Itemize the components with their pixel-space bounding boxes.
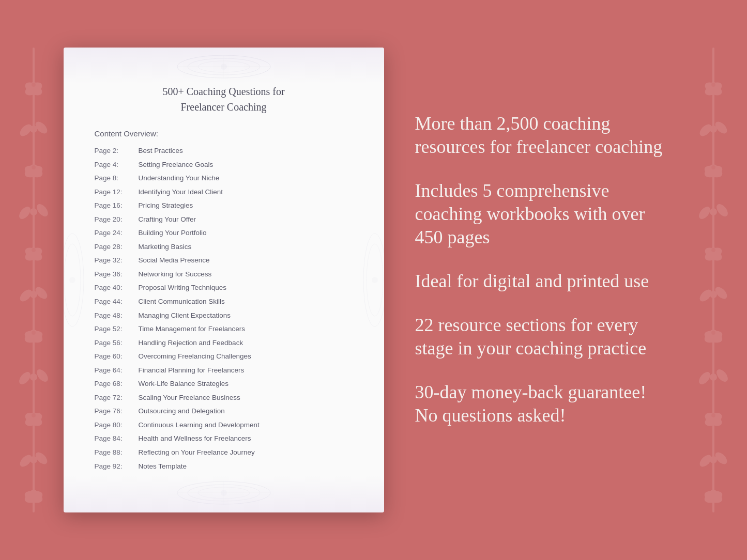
table-row: Page 92:Notes Template xyxy=(95,462,353,471)
feature-text: Ideal for digital and printed use xyxy=(415,270,674,293)
svg-point-7 xyxy=(30,126,37,133)
table-row: Page 64:Financial Planning for Freelance… xyxy=(95,366,353,375)
toc-topic: Pricing Strategies xyxy=(139,201,193,210)
toc-page-number: Page 12: xyxy=(95,188,139,197)
table-row: Page 40:Proposal Writing Techniques xyxy=(95,283,353,292)
svg-point-35 xyxy=(30,456,37,463)
svg-point-87 xyxy=(221,490,227,496)
toc-topic: Reflecting on Your Freelance Journey xyxy=(139,448,255,457)
table-row: Page 76:Outsourcing and Delegation xyxy=(95,407,353,416)
table-row: Page 36:Networking for Success xyxy=(95,270,353,279)
table-row: Page 4:Setting Freelance Goals xyxy=(95,160,353,169)
svg-point-92 xyxy=(69,277,75,283)
toc-topic: Time Management for Freelancers xyxy=(139,324,246,334)
svg-point-84 xyxy=(177,481,270,504)
table-row: Page 68:Work-Life Balance Strategies xyxy=(95,379,353,388)
toc-topic: Client Communication Skills xyxy=(139,297,225,306)
svg-point-18 xyxy=(32,248,36,252)
toc-page-number: Page 2: xyxy=(95,146,139,155)
svg-point-57 xyxy=(711,248,715,252)
feature-block: 30-day money-back guarantee! No question… xyxy=(415,381,674,427)
table-row: Page 60:Overcoming Freelancing Challenge… xyxy=(95,352,353,361)
toc-page-number: Page 36: xyxy=(95,270,139,279)
floral-left-decoration xyxy=(0,0,67,560)
toc-topic: Identifying Your Ideal Client xyxy=(139,188,223,197)
toc-page-number: Page 68: xyxy=(95,379,139,388)
document-card: 500+ Coaching Questions for Freelancer C… xyxy=(64,48,384,512)
svg-point-11 xyxy=(32,165,36,169)
toc-topic: Social Media Presence xyxy=(139,256,210,265)
svg-point-86 xyxy=(198,487,250,499)
toc-topic: Understanding Your Niche xyxy=(139,174,220,183)
table-row: Page 28:Marketing Basics xyxy=(95,242,353,252)
svg-point-13 xyxy=(35,202,50,219)
toc-page-number: Page 84: xyxy=(95,434,139,443)
toc-page-number: Page 48: xyxy=(95,311,139,320)
svg-point-32 xyxy=(32,413,36,417)
svg-point-67 xyxy=(710,374,717,381)
toc-page-number: Page 24: xyxy=(95,228,139,238)
toc-topic: Overcoming Freelancing Challenges xyxy=(139,352,251,361)
toc-topic: Continuous Learning and Development xyxy=(139,421,260,430)
floral-right-decoration xyxy=(680,0,747,560)
svg-point-64 xyxy=(711,331,715,335)
table-row: Page 80:Continuous Learning and Developm… xyxy=(95,421,353,430)
bottom-watermark xyxy=(172,479,276,507)
svg-point-85 xyxy=(188,485,260,501)
top-watermark xyxy=(172,53,276,81)
table-row: Page 48:Managing Client Expectations xyxy=(95,311,353,320)
svg-point-21 xyxy=(30,291,37,298)
table-row: Page 12:Identifying Your Ideal Client xyxy=(95,188,353,197)
svg-point-4 xyxy=(32,83,36,87)
feature-text: 30-day money-back guarantee! No question… xyxy=(415,381,674,427)
toc-page-number: Page 4: xyxy=(95,160,139,169)
toc-page-number: Page 20: xyxy=(95,215,139,224)
toc-topic: Outsourcing and Delegation xyxy=(139,407,225,416)
svg-rect-39 xyxy=(712,48,714,512)
table-row: Page 44:Client Communication Skills xyxy=(95,297,353,306)
toc-page-number: Page 16: xyxy=(95,201,139,210)
svg-point-46 xyxy=(710,126,717,133)
svg-point-28 xyxy=(30,374,37,381)
toc-page-number: Page 8: xyxy=(95,174,139,183)
right-watermark xyxy=(361,228,384,332)
svg-point-43 xyxy=(711,83,715,87)
toc-page-number: Page 44: xyxy=(95,297,139,306)
toc-topic: Work-Life Balance Strategies xyxy=(139,379,229,388)
feature-block: More than 2,500 coaching resources for f… xyxy=(415,112,674,159)
svg-point-14 xyxy=(30,208,37,215)
toc-topic: Best Practices xyxy=(139,146,183,155)
toc-topic: Financial Planning for Freelancers xyxy=(139,366,245,375)
section-label: Content Overview: xyxy=(95,129,353,138)
svg-point-66 xyxy=(714,367,730,384)
svg-point-71 xyxy=(711,413,715,417)
toc-page-number: Page 72: xyxy=(95,393,139,402)
svg-rect-0 xyxy=(33,48,35,512)
toc-page-number: Page 88: xyxy=(95,448,139,457)
feature-block: Ideal for digital and printed use xyxy=(415,270,674,293)
svg-point-27 xyxy=(35,367,50,384)
svg-point-95 xyxy=(372,277,378,283)
toc-topic: Building Your Portfolio xyxy=(139,228,207,238)
feature-text: 22 resource sections for every stage in … xyxy=(415,314,674,360)
table-row: Page 16:Pricing Strategies xyxy=(95,201,353,210)
table-row: Page 32:Social Media Presence xyxy=(95,256,353,265)
svg-point-60 xyxy=(710,291,717,298)
main-content: 500+ Coaching Questions for Freelancer C… xyxy=(64,32,684,528)
toc-topic: Notes Template xyxy=(139,462,187,471)
table-row: Page 20:Crafting Your Offer xyxy=(95,215,353,224)
svg-point-50 xyxy=(711,165,715,169)
toc-page-number: Page 76: xyxy=(95,407,139,416)
document-title: 500+ Coaching Questions for Freelancer C… xyxy=(95,84,353,115)
feature-block: Includes 5 comprehensive coaching workbo… xyxy=(415,179,674,249)
toc-topic: Managing Client Expectations xyxy=(139,311,231,320)
right-features-panel: More than 2,500 coaching resources for f… xyxy=(415,112,684,448)
toc-topic: Setting Freelance Goals xyxy=(139,160,214,169)
toc-topic: Handling Rejection and Feedback xyxy=(139,338,243,348)
left-watermark xyxy=(64,228,87,332)
feature-text: More than 2,500 coaching resources for f… xyxy=(415,112,674,159)
toc-page-number: Page 52: xyxy=(95,324,139,334)
table-row: Page 84:Health and Wellness for Freelanc… xyxy=(95,434,353,443)
toc-topic: Health and Wellness for Freelancers xyxy=(139,434,251,443)
toc-topic: Scaling Your Freelance Business xyxy=(139,393,240,402)
